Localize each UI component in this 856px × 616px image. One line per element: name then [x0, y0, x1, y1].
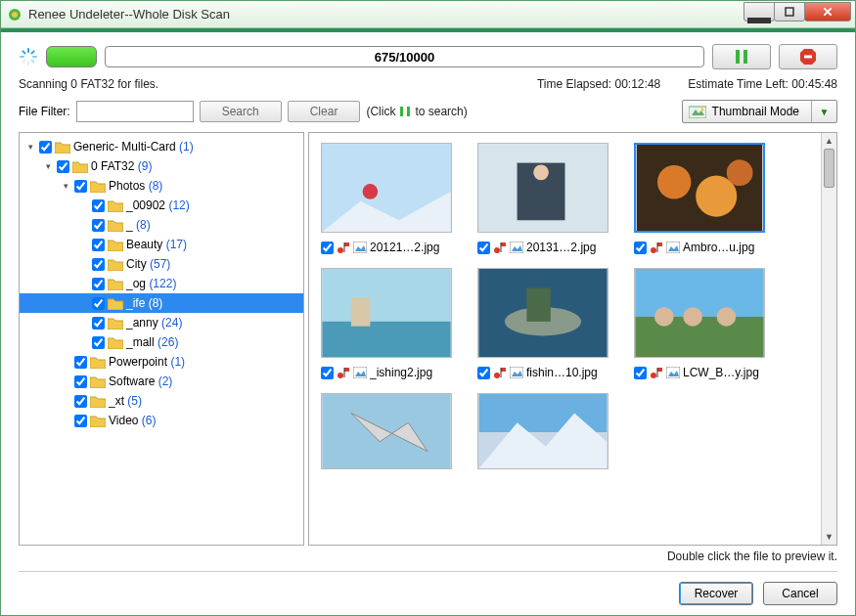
- thumbnail-item[interactable]: [321, 393, 456, 469]
- tree-node-root[interactable]: ▾ Generic- Multi-Card (1): [20, 137, 303, 156]
- folder-icon: [72, 160, 88, 173]
- tree-checkbox[interactable]: [57, 160, 69, 173]
- thumbnail-image: [477, 393, 608, 469]
- tree-checkbox[interactable]: [92, 219, 105, 232]
- scrollbar[interactable]: ▲ ▼: [821, 133, 836, 545]
- thumbnail-image: [477, 143, 608, 233]
- tree-node-selected[interactable]: ▸ _ife (8): [20, 293, 303, 313]
- folder-icon: [90, 375, 106, 388]
- search-button[interactable]: Search: [200, 101, 282, 122]
- tree-node[interactable]: ▸ City (57): [20, 254, 303, 274]
- tree-checkbox[interactable]: [74, 180, 87, 193]
- folder-icon: [108, 336, 123, 349]
- tree-node[interactable]: ▸ _anny (24): [20, 313, 303, 332]
- stop-icon: [799, 48, 817, 66]
- tree-checkbox[interactable]: [74, 415, 87, 427]
- chevron-down-icon[interactable]: ▼: [811, 101, 836, 122]
- thumbnail-filename: LCW_B…y.jpg: [683, 366, 769, 379]
- pause-icon: [399, 106, 411, 117]
- close-button[interactable]: [804, 2, 851, 22]
- pause-button[interactable]: [712, 44, 771, 69]
- tree-checkbox[interactable]: [92, 278, 105, 290]
- thumbnail-item[interactable]: [477, 393, 612, 469]
- folder-tree[interactable]: ▾ Generic- Multi-Card (1) ▾ 0 FAT32 (9) …: [19, 132, 304, 546]
- tree-checkbox[interactable]: [92, 297, 105, 310]
- tree-checkbox[interactable]: [74, 395, 87, 408]
- thumb-checkbox[interactable]: [477, 367, 490, 379]
- progress-bar: 675/10000: [105, 46, 704, 67]
- tree-checkbox[interactable]: [92, 239, 105, 251]
- divider: [19, 571, 837, 572]
- tree-node-photos[interactable]: ▾ Photos (8): [20, 176, 303, 196]
- collapse-icon[interactable]: ▾: [61, 181, 71, 192]
- thumb-checkbox[interactable]: [634, 367, 647, 379]
- stop-button[interactable]: [779, 44, 837, 69]
- tree-node-xt[interactable]: ▸ _xt (5): [20, 391, 303, 411]
- tree-checkbox[interactable]: [74, 375, 87, 388]
- filter-input[interactable]: [76, 101, 194, 122]
- tree-node[interactable]: ▸ _mall (26): [20, 332, 303, 352]
- thumbnail-image: [321, 143, 452, 233]
- tree-node-fat32[interactable]: ▾ 0 FAT32 (9): [20, 156, 303, 176]
- svg-rect-33: [501, 242, 506, 246]
- svg-rect-52: [353, 367, 367, 378]
- thumbnail-item[interactable]: fishin…10.jpg: [477, 268, 612, 381]
- scroll-down-icon[interactable]: ▼: [822, 529, 836, 545]
- collapse-icon[interactable]: ▾: [25, 142, 36, 153]
- thumbnail-image: [321, 268, 452, 358]
- recover-button[interactable]: Recover: [679, 582, 753, 605]
- progress-text: 675/10000: [375, 50, 434, 65]
- tree-node[interactable]: ▸ _og (122): [20, 274, 303, 293]
- filter-label: File Filter:: [19, 105, 70, 118]
- tree-checkbox[interactable]: [74, 356, 87, 369]
- app-icon: [7, 7, 23, 22]
- svg-point-65: [683, 307, 702, 327]
- svg-rect-46: [322, 269, 450, 322]
- svg-rect-3: [786, 8, 793, 16]
- thumbnail-image: [634, 268, 765, 358]
- svg-rect-25: [344, 242, 349, 246]
- svg-point-57: [494, 373, 500, 378]
- tree-checkbox[interactable]: [92, 258, 105, 271]
- thumbnail-item[interactable]: 20121…2.jpg: [321, 143, 456, 256]
- thumb-checkbox[interactable]: [477, 242, 490, 254]
- thumbnail-item[interactable]: _ishing2.jpg: [321, 268, 456, 381]
- svg-point-66: [717, 307, 737, 327]
- tree-node-powerpoint[interactable]: ▸ Powerpoint (1): [20, 352, 303, 372]
- thumbnail-image: [321, 393, 452, 469]
- scroll-track[interactable]: [822, 149, 836, 529]
- clear-button[interactable]: Clear: [288, 101, 361, 122]
- thumb-checkbox[interactable]: [321, 242, 334, 254]
- tree-checkbox[interactable]: [92, 336, 105, 349]
- thumb-checkbox[interactable]: [634, 242, 647, 254]
- image-icon: [666, 367, 680, 378]
- window-title: Renee Undeleter--Whole Disk Scan: [28, 7, 744, 22]
- maximize-button[interactable]: [774, 2, 805, 22]
- svg-rect-42: [657, 242, 662, 246]
- tree-node-software[interactable]: ▸ Software (2): [20, 372, 303, 391]
- tree-checkbox[interactable]: [92, 317, 105, 330]
- tree-node-video[interactable]: ▸ Video (6): [20, 411, 303, 430]
- tree-checkbox[interactable]: [92, 199, 105, 212]
- flag-icon: [337, 366, 350, 379]
- svg-rect-56: [526, 288, 550, 322]
- scroll-up-icon[interactable]: ▲: [822, 133, 836, 149]
- thumbnail-item[interactable]: LCW_B…y.jpg: [634, 268, 769, 381]
- tree-node[interactable]: ▸ Beauty (17): [20, 235, 303, 254]
- tree-checkbox[interactable]: [39, 141, 52, 154]
- window-controls: [744, 2, 851, 22]
- image-icon: [510, 242, 523, 253]
- tree-node[interactable]: ▸ _00902 (12): [20, 196, 303, 215]
- minimize-button[interactable]: [743, 2, 775, 22]
- scroll-handle[interactable]: [824, 149, 834, 188]
- cancel-button[interactable]: Cancel: [763, 582, 837, 605]
- svg-line-11: [23, 51, 24, 53]
- thumbnail-item[interactable]: 20131…2.jpg: [477, 143, 612, 256]
- view-mode-dropdown[interactable]: Thumbnail Mode ▼: [682, 100, 837, 123]
- collapse-icon[interactable]: ▾: [43, 161, 54, 172]
- thumb-checkbox[interactable]: [321, 367, 334, 379]
- thumbnail-filename: _ishing2.jpg: [370, 366, 456, 379]
- tree-node[interactable]: ▸ _ (8): [20, 215, 303, 235]
- image-icon: [666, 242, 680, 253]
- thumbnail-item-selected[interactable]: Ambro…u.jpg: [634, 143, 769, 256]
